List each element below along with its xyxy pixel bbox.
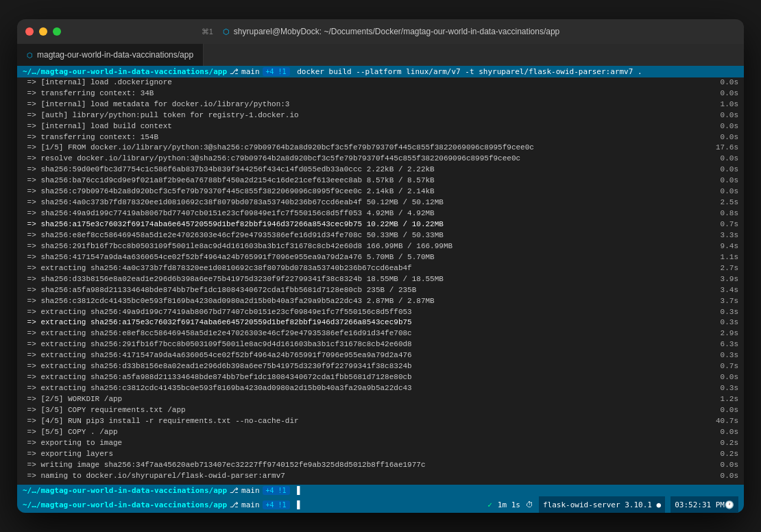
terminal-line: => naming to docker.io/shyruparel/flask-…: [23, 471, 738, 482]
line-timing: 9.4s: [707, 241, 738, 252]
line-text: => sha256:a175e3c76032f69174aba6e6457205…: [23, 219, 707, 230]
terminal-line: => sha256:c3812cdc41435bc0e593f8169ba423…: [23, 296, 738, 307]
terminal-line: => transferring context: 154B0.0s: [23, 132, 738, 143]
terminal-line: => [1/5] FROM docker.io/library/python:3…: [23, 143, 738, 154]
line-text: => sha256:d33b8156e8a02ead1e296d6b398a6e…: [23, 274, 707, 285]
clock-icon: 🕐: [725, 500, 734, 509]
line-timing: 1.0s: [707, 99, 738, 110]
line-timing: 6.3s: [707, 339, 738, 350]
terminal-line: => transferring context: 34B0.0s: [23, 88, 738, 99]
terminal-window: ⌘1 ⬡ shyruparel@MobyDock: ~/Documents/Do…: [17, 19, 744, 513]
bottom-prompt-path: ~/…/magtag-our-world-in-data-vaccination…: [23, 486, 227, 495]
command-text: docker build --platform linux/arm/v7 -t …: [293, 67, 738, 76]
line-text: => sha256:c3812cdc41435bc0e593f8169ba423…: [23, 296, 707, 307]
traffic-lights: [25, 27, 61, 36]
status-path: ~/…/magtag-our-world-in-data-vaccination…: [23, 500, 227, 509]
terminal-line: => sha256:4171547a9da4a6360654ce02f52bf4…: [23, 252, 738, 263]
line-timing: 0.3s: [707, 307, 738, 318]
line-text: => extracting sha256:e8ef8cc586469458a5d…: [23, 328, 707, 339]
bottom-branch-icon: ⎇: [230, 486, 239, 495]
prompt-path: ~/…/magtag-our-world-in-data-vaccination…: [23, 67, 227, 76]
status-right: ✓ 1m 1s ⏱ flask-owid-server 3.10.1 ● 03:…: [487, 496, 738, 513]
terminal-line: => [internal] load .dockerignore0.0s: [23, 77, 738, 88]
line-timing: 3.3s: [707, 230, 738, 241]
tab-item[interactable]: ⬡ magtag-our-world-in-data-vaccinations/…: [17, 44, 204, 66]
line-timing: 0.3s: [707, 350, 738, 361]
line-timing: 0.0s: [707, 186, 738, 197]
line-text: => transferring context: 34B: [23, 88, 707, 99]
line-text: => extracting sha256:a5fa988d211334648bd…: [23, 372, 707, 383]
line-text: => [4/5] RUN pip3 install -r requirement…: [23, 416, 702, 427]
status-left: ~/…/magtag-our-world-in-data-vaccination…: [23, 500, 302, 509]
terminal-line: => sha256:a5fa988d211334648bde874bb7bef1…: [23, 285, 738, 296]
terminal-icon: ⬡: [223, 27, 230, 36]
terminal-line: => [internal] load build context0.0s: [23, 121, 738, 132]
line-text: => writing image sha256:34f7aa45620aeb71…: [23, 460, 707, 471]
line-timing: 0.0s: [707, 110, 738, 121]
prompt-branch: main: [241, 67, 260, 76]
line-timing: 0.3s: [707, 317, 738, 328]
status-badge: +4 !1: [263, 500, 290, 509]
line-timing: 0.7s: [707, 219, 738, 230]
top-prompt: ~/…/magtag-our-world-in-data-vaccination…: [17, 66, 744, 77]
status-time: 03:52:31 PM 🕐: [671, 496, 738, 513]
status-hourglass: ⏱: [526, 500, 533, 509]
title-bar: ⌘1 ⬡ shyruparel@MobyDock: ~/Documents/Do…: [17, 19, 744, 44]
terminal-line: => extracting sha256:291fb16f7bcc8b05031…: [23, 339, 738, 350]
line-text: => [3/5] COPY requirements.txt /app: [23, 405, 707, 416]
status-timing: 1m 1s: [498, 500, 520, 509]
status-bar: ~/…/magtag-our-world-in-data-vaccination…: [17, 496, 744, 513]
terminal-line: => extracting sha256:d33b8156e8a02ead1e2…: [23, 361, 738, 372]
line-timing: 0.0s: [707, 88, 738, 99]
terminal-line: => extracting sha256:49a9d199c77419ab806…: [23, 307, 738, 318]
tab-dot-icon: ⬡: [27, 51, 33, 59]
terminal-line: => exporting to image0.2s: [23, 438, 738, 449]
terminal-line: => extracting sha256:c3812cdc41435bc0e59…: [23, 383, 738, 394]
line-timing: 0.7s: [707, 361, 738, 372]
terminal-line: => extracting sha256:4171547a9da4a636065…: [23, 350, 738, 361]
terminal-line: => [auth] library/python:pull token for …: [23, 110, 738, 121]
line-timing: 0.0s: [707, 372, 738, 383]
terminal-line: => [5/5] COPY . /app0.0s: [23, 427, 738, 438]
line-timing: 2.5s: [707, 197, 738, 208]
status-check: ✓: [487, 500, 492, 509]
shortcut-label: ⌘1: [202, 27, 213, 36]
line-text: => sha256:4a0c373b7fd878320ee1d0810692c3…: [23, 197, 707, 208]
terminal-line: => [4/5] RUN pip3 install -r requirement…: [23, 416, 738, 427]
line-text: => sha256:49a9d199c77419ab8067bd77407cb0…: [23, 208, 707, 219]
line-text: => sha256:291fb16f7bcc8b0503109f5001le8a…: [23, 241, 707, 252]
line-timing: 0.0s: [707, 405, 738, 416]
terminal-line: => exporting layers0.2s: [23, 449, 738, 460]
line-timing: 0.0s: [707, 121, 738, 132]
line-text: => exporting to image: [23, 438, 707, 449]
maximize-button[interactable]: [53, 27, 61, 36]
line-timing: 0.0s: [707, 165, 738, 176]
line-timing: 2.7s: [707, 263, 738, 274]
status-cursor: ▋: [293, 500, 302, 509]
line-timing: 0.3s: [707, 383, 738, 394]
bottom-branch: main: [241, 486, 260, 495]
terminal-line: => [3/5] COPY requirements.txt /app0.0s: [23, 405, 738, 416]
line-timing: 40.7s: [702, 416, 738, 427]
status-branch: main: [241, 500, 260, 509]
line-text: => extracting sha256:4171547a9da4a636065…: [23, 350, 707, 361]
line-text: => naming to docker.io/shyruparel/flask-…: [23, 471, 707, 482]
line-timing: 3.9s: [707, 274, 738, 285]
line-text: => exporting layers: [23, 449, 707, 460]
line-text: => [internal] load metadata for docker.i…: [23, 99, 707, 110]
terminal-line: => sha256:59d0e0fbc3d7754c1c586f6ab837b3…: [23, 165, 738, 176]
terminal-line: => sha256:a175e3c76032f69174aba6e6457205…: [23, 219, 738, 230]
window-title: shyruparel@MobyDock: ~/Documents/Docker/…: [234, 27, 559, 36]
terminal-output[interactable]: [+] Building 60.9s (11/11) FINISHED => […: [17, 77, 744, 485]
tab-label: magtag-our-world-in-data-vaccinations/ap…: [37, 50, 193, 60]
line-text: => transferring context: 154B: [23, 132, 707, 143]
title-bar-text: ⌘1 ⬡ shyruparel@MobyDock: ~/Documents/Do…: [202, 27, 560, 36]
line-timing: 0.8s: [707, 208, 738, 219]
terminal-line: => writing image sha256:34f7aa45620aeb71…: [23, 460, 738, 471]
terminal-line: => extracting sha256:a175e3c76032f69174a…: [23, 317, 738, 328]
close-button[interactable]: [25, 27, 34, 36]
prompt-branch-icon: ⎇: [230, 67, 239, 76]
line-timing: 2.9s: [707, 328, 738, 339]
minimize-button[interactable]: [39, 27, 47, 36]
status-branch-icon: ⎇: [230, 500, 239, 509]
